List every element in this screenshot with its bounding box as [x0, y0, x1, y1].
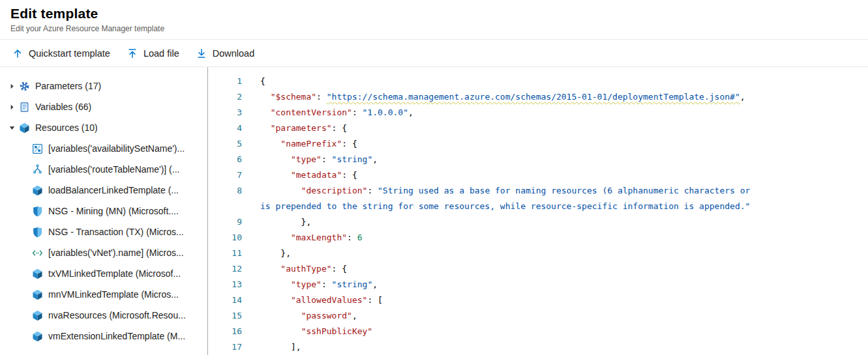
code-line[interactable]: 14 "allowedValues": [ — [208, 292, 868, 307]
cube-icon — [31, 309, 43, 321]
line-number: 15 — [208, 311, 242, 320]
load-file-label: Load file — [143, 48, 179, 59]
tree-item[interactable]: vmExtensionLinkedTemplate (M... — [0, 326, 207, 347]
arrow-up-icon — [12, 48, 23, 59]
chevron-down-icon[interactable] — [5, 124, 18, 132]
toolbar: Quickstart template Load file Download — [0, 40, 868, 67]
quickstart-template-button[interactable]: Quickstart template — [4, 40, 119, 66]
tree-item[interactable]: Resources (10) — [0, 117, 207, 138]
code-line[interactable]: 6 "type": "string", — [208, 151, 868, 167]
code-line-text: "contentVersion": "1.0.0.0", — [260, 107, 413, 117]
quickstart-template-label: Quickstart template — [29, 48, 110, 59]
code-line[interactable]: 17 ], — [208, 339, 868, 354]
cube-icon — [31, 184, 43, 196]
line-number: 11 — [208, 248, 242, 258]
tree-item[interactable]: Variables (66) — [0, 96, 207, 117]
tree-item-label: NSG - Transaction (TX) (Micros... — [48, 227, 184, 237]
line-number: 16 — [208, 326, 242, 336]
cube-icon — [31, 289, 43, 300]
download-icon — [196, 48, 207, 59]
code-line[interactable]: 7 "metadata": { — [208, 167, 868, 182]
code-line-text: "$schema": "https://schema.management.az… — [260, 92, 745, 102]
code-line[interactable]: 4 "parameters": { — [208, 120, 868, 135]
line-number: 3 — [208, 107, 242, 117]
code-line[interactable]: 5 "namePrefix": { — [208, 135, 868, 151]
line-number: 10 — [208, 233, 242, 242]
tree-item-label: [variables('availabilitySetName')... — [48, 143, 185, 154]
download-button[interactable]: Download — [188, 40, 263, 66]
code-line[interactable]: 15 "password", — [208, 307, 868, 323]
tree-item[interactable]: NSG - Mining (MN) (Microsoft.... — [0, 201, 207, 221]
line-number: 2 — [208, 92, 242, 102]
code-line-text: "namePrefix": { — [260, 139, 357, 149]
line-number: 7 — [208, 170, 242, 180]
line-number: 17 — [208, 342, 242, 352]
download-label: Download — [213, 48, 255, 59]
tree-item[interactable]: Parameters (17) — [0, 76, 207, 96]
page-header: Edit template Edit your Azure Resource M… — [0, 0, 868, 40]
line-number: 8 — [208, 186, 242, 195]
tree-item-label: Resources (10) — [35, 122, 98, 133]
tree-item-label: [variables('routeTableName')] (... — [48, 164, 179, 175]
code-line-text: }, — [260, 217, 311, 227]
code-line-text: "allowedValues": [ — [260, 295, 383, 305]
code-line-text: "type": "string", — [260, 279, 378, 289]
line-number: 13 — [208, 279, 242, 289]
vnet-icon — [31, 247, 43, 259]
line-number: 5 — [208, 139, 242, 149]
template-tree: Parameters (17)Variables (66)Resources (… — [0, 67, 208, 355]
code-line[interactable]: 3 "contentVersion": "1.0.0.0", — [208, 104, 868, 120]
tree-item[interactable]: [variables('routeTableName')] (... — [0, 159, 207, 180]
schema-url-link[interactable]: "https://schema.management.azure.com/sch… — [327, 92, 740, 102]
line-number: 14 — [208, 295, 242, 305]
code-line[interactable]: 11 }, — [208, 245, 868, 261]
code-line-text: "type": "string", — [260, 154, 378, 164]
code-line[interactable]: 1{ — [208, 73, 868, 89]
tree-item-label: txVMLinkedTemplate (Microsof... — [48, 268, 181, 279]
code-line-text: "sshPublicKey" — [260, 326, 372, 336]
cube-icon — [18, 122, 30, 134]
tree-item-label: mnVMLinkedTemplate (Micros... — [48, 289, 179, 300]
code-line[interactable]: is prepended to the string for some reso… — [208, 198, 868, 214]
code-line[interactable]: 9 }, — [208, 214, 868, 229]
code-line-text: "description": "String used as a base fo… — [260, 186, 750, 195]
tree-item-label: Variables (66) — [35, 102, 91, 112]
tree-item[interactable]: txVMLinkedTemplate (Microsof... — [0, 263, 207, 284]
code-line-text: is prepended to the string for some reso… — [260, 201, 750, 211]
tree-item[interactable]: mnVMLinkedTemplate (Micros... — [0, 284, 207, 305]
code-editor[interactable]: 1{2 "$schema": "https://schema.managemen… — [208, 67, 868, 355]
tree-item-label: loadBalancerLinkedTemplate (... — [48, 185, 179, 195]
code-lines: 1{2 "$schema": "https://schema.managemen… — [208, 73, 868, 354]
tree-item[interactable]: nvaResources (Microsoft.Resou... — [0, 305, 207, 326]
availability-set-icon — [31, 143, 43, 154]
line-number: 9 — [208, 217, 242, 227]
code-line-text: "authType": { — [260, 264, 347, 274]
page-title: Edit template — [10, 6, 856, 21]
tree-item[interactable]: NSG - Transaction (TX) (Micros... — [0, 221, 207, 242]
chevron-right-icon[interactable] — [5, 104, 18, 111]
tree-item[interactable]: [variables('availabilitySetName')... — [0, 138, 207, 159]
tree-item-label: nvaResources (Microsoft.Resou... — [48, 310, 186, 320]
shield-icon — [31, 205, 43, 217]
code-line[interactable]: 8 "description": "String used as a base … — [208, 182, 868, 198]
code-line-text: "parameters": { — [260, 123, 347, 133]
load-file-button[interactable]: Load file — [119, 40, 188, 66]
line-number: 12 — [208, 264, 242, 274]
code-line-text: "password", — [260, 311, 357, 320]
tree-item[interactable]: loadBalancerLinkedTemplate (... — [0, 180, 207, 201]
code-line[interactable]: 10 "maxLength": 6 — [208, 229, 868, 245]
tree-item-label: [variables('vNet').name] (Micros... — [48, 248, 184, 258]
code-line[interactable]: 2 "$schema": "https://schema.management.… — [208, 89, 868, 104]
route-table-icon — [31, 163, 43, 175]
chevron-right-icon[interactable] — [5, 83, 18, 90]
tree-item-label: Parameters (17) — [35, 81, 101, 91]
cube-icon — [31, 268, 43, 279]
code-line[interactable]: 13 "type": "string", — [208, 276, 868, 292]
line-number: 6 — [208, 154, 242, 164]
code-line[interactable]: 16 "sshPublicKey" — [208, 323, 868, 339]
tree-item[interactable]: [variables('vNet').name] (Micros... — [0, 242, 207, 263]
cube-icon — [31, 330, 43, 342]
page-subtitle: Edit your Azure Resource Manager templat… — [10, 24, 856, 39]
code-line[interactable]: 12 "authType": { — [208, 261, 868, 276]
parameters-icon — [18, 80, 30, 92]
